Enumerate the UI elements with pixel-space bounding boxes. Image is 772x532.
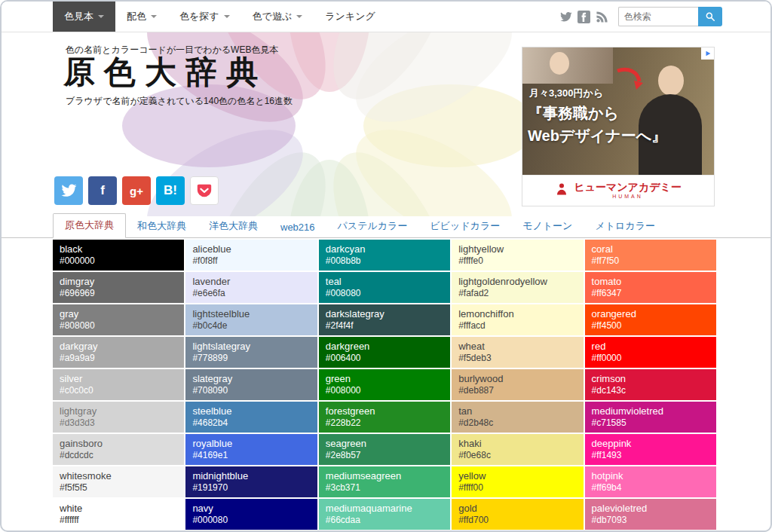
color-swatch-palevioletred[interactable]: palevioletred#db7093 <box>585 499 716 530</box>
color-name: teal <box>326 276 443 288</box>
tab-dictionary-7[interactable]: メトロカラー <box>584 215 666 238</box>
pocket-share-button[interactable] <box>190 176 219 205</box>
color-swatch-lightslategray[interactable]: lightslategray#778899 <box>185 337 317 368</box>
color-swatch-teal[interactable]: teal#008080 <box>319 272 450 303</box>
color-swatch-silver[interactable]: silver#c0c0c0 <box>53 369 184 400</box>
menu-item-iromihon[interactable]: 色見本 <box>53 2 115 32</box>
color-swatch-darkcyan[interactable]: darkcyan#008b8b <box>319 240 450 271</box>
site-tagline-bottom: ブラウザで名前が定義されている140色の色名と16進数 <box>66 95 293 108</box>
color-swatch-lemonchiffon[interactable]: lemonchiffon#fffacd <box>452 304 583 335</box>
color-swatch-lavender[interactable]: lavender#e6e6fa <box>185 272 317 303</box>
menu-item-label: 色見本 <box>64 10 93 23</box>
color-swatch-dimgray[interactable]: dimgray#696969 <box>53 272 184 303</box>
color-swatch-darkgreen[interactable]: darkgreen#006400 <box>319 337 450 368</box>
adchoices-icon[interactable] <box>701 47 714 60</box>
color-swatch-orangered[interactable]: orangered#ff4500 <box>585 304 716 335</box>
color-swatch-gray[interactable]: gray#808080 <box>53 304 184 335</box>
color-swatch-royalblue[interactable]: royalblue#4169e1 <box>185 434 317 465</box>
color-swatch-gainsboro[interactable]: gainsboro#dcdcdc <box>53 434 184 465</box>
googleplus-share-button[interactable]: g+ <box>122 176 151 205</box>
facebook-share-button[interactable]: f <box>88 176 117 205</box>
nav-right-tools <box>559 2 770 32</box>
color-swatch-red[interactable]: red#ff0000 <box>585 337 716 368</box>
color-swatch-lightgoldenrodyellow[interactable]: lightgoldenrodyellow#fafad2 <box>452 272 583 303</box>
color-swatch-gold[interactable]: gold#ffd700 <box>452 499 583 530</box>
color-swatch-slategray[interactable]: slategray#708090 <box>185 369 317 400</box>
ad-price-text: 月々3,300円から <box>529 87 603 100</box>
tab-dictionary-5[interactable]: ビビッドカラー <box>418 215 511 238</box>
menu-item-asobu[interactable]: 色で遊ぶ <box>241 2 314 32</box>
menu-item-sagasu[interactable]: 色を探す <box>168 2 241 32</box>
color-swatch-darkslategray[interactable]: darkslategray#2f4f4f <box>319 304 450 335</box>
color-swatch-black[interactable]: black#000000 <box>53 240 184 271</box>
color-swatch-forestgreen[interactable]: forestgreen#228b22 <box>319 402 450 433</box>
color-swatch-tomato[interactable]: tomato#ff6347 <box>585 272 716 303</box>
color-swatch-seagreen[interactable]: seagreen#2e8b57 <box>319 434 450 465</box>
color-swatch-mediumvioletred[interactable]: mediumvioletred#c71585 <box>585 402 716 433</box>
color-hex: #4169e1 <box>192 450 310 460</box>
tab-web216[interactable]: web216 <box>269 217 326 238</box>
color-swatch-aliceblue[interactable]: aliceblue#f0f8ff <box>185 240 317 271</box>
color-name: black <box>60 243 177 255</box>
color-swatch-whitesmoke[interactable]: whitesmoke#f5f5f5 <box>53 466 184 497</box>
color-hex: #ff7f50 <box>592 255 709 266</box>
twitter-share-button[interactable] <box>54 176 83 205</box>
color-swatch-lightgray[interactable]: lightgray#d3d3d3 <box>53 402 184 433</box>
tab-dictionary-1[interactable]: 和色大辞典 <box>126 215 198 238</box>
color-swatch-navy[interactable]: navy#000080 <box>185 499 317 530</box>
rss-icon[interactable] <box>596 11 608 23</box>
googleplus-share-icon: g+ <box>130 185 143 197</box>
color-hex: #3cb371 <box>326 482 443 493</box>
menu-item-label: 色で遊ぶ <box>253 10 293 23</box>
color-swatch-darkgray[interactable]: darkgray#a9a9a9 <box>53 337 184 368</box>
color-hex: #2e8b57 <box>326 450 443 460</box>
color-name: deeppink <box>592 438 709 450</box>
hatena-share-button[interactable]: B! <box>156 176 185 205</box>
menu-item-ranking[interactable]: ランキング <box>314 2 387 32</box>
color-hex: #fafad2 <box>458 288 576 298</box>
color-swatch-midnightblue[interactable]: midnightblue#191970 <box>185 466 317 497</box>
tab-dictionary-6[interactable]: モノトーン <box>511 215 584 238</box>
facebook-icon[interactable] <box>577 11 590 23</box>
tab-dictionary-4[interactable]: パステルカラー <box>326 215 419 238</box>
color-name: dimgray <box>60 276 177 288</box>
color-hex: #000080 <box>192 515 310 525</box>
color-name: steelblue <box>192 405 310 417</box>
color-name: darkcyan <box>326 243 443 255</box>
color-swatch-lightsteelblue[interactable]: lightsteelblue#b0c4de <box>185 304 317 335</box>
search-button[interactable] <box>698 7 722 26</box>
color-swatch-green[interactable]: green#008000 <box>319 369 450 400</box>
color-name: wheat <box>458 341 576 353</box>
chevron-down-icon <box>224 15 230 18</box>
ad-person-left <box>550 52 569 75</box>
color-swatch-steelblue[interactable]: steelblue#4682b4 <box>185 402 317 433</box>
ad-headline-line2: Webデザイナーへ』 <box>528 126 666 146</box>
color-hex: #f5f5f5 <box>60 482 177 493</box>
color-hex: #f0f8ff <box>192 255 310 266</box>
tab-dictionary-0[interactable]: 原色大辞典 <box>53 213 126 238</box>
color-swatch-mediumaquamarine[interactable]: mediumaquamarine#66cdaa <box>319 499 450 530</box>
color-swatch-tan[interactable]: tan#d2b48c <box>452 402 583 433</box>
color-swatch-wheat[interactable]: wheat#f5deb3 <box>452 337 583 368</box>
ad-banner[interactable]: 月々3,300円から 『事務職から Webデザイナーへ』 ヒューマンアカデミー … <box>522 47 715 206</box>
color-swatch-khaki[interactable]: khaki#f0e68c <box>452 434 583 465</box>
color-swatch-coral[interactable]: coral#ff7f50 <box>585 240 716 271</box>
twitter-icon[interactable] <box>559 11 572 23</box>
menu-item-label: ランキング <box>325 10 375 23</box>
menu-item-haishoku[interactable]: 配色 <box>115 2 168 32</box>
color-hex: #191970 <box>192 482 310 493</box>
color-swatch-white[interactable]: white#ffffff <box>53 499 184 530</box>
color-swatch-lightyellow[interactable]: lightyellow#ffffe0 <box>452 240 583 271</box>
color-swatch-deeppink[interactable]: deeppink#ff1493 <box>585 434 716 465</box>
search-input[interactable] <box>618 7 698 26</box>
color-name: whitesmoke <box>60 470 177 482</box>
dictionary-tabs: 原色大辞典和色大辞典洋色大辞典web216パステルカラービビッドカラーモノトーン… <box>53 213 666 237</box>
color-swatch-burlywood[interactable]: burlywood#deb887 <box>452 369 583 400</box>
color-name: mediumvioletred <box>592 405 709 417</box>
color-swatch-yellow[interactable]: yellow#ffff00 <box>452 466 583 497</box>
tab-dictionary-2[interactable]: 洋色大辞典 <box>198 215 269 238</box>
color-swatch-crimson[interactable]: crimson#dc143c <box>585 369 716 400</box>
color-hex: #008000 <box>326 385 443 396</box>
color-swatch-mediumseagreen[interactable]: mediumseagreen#3cb371 <box>319 466 450 497</box>
color-swatch-hotpink[interactable]: hotpink#ff69b4 <box>585 466 716 497</box>
